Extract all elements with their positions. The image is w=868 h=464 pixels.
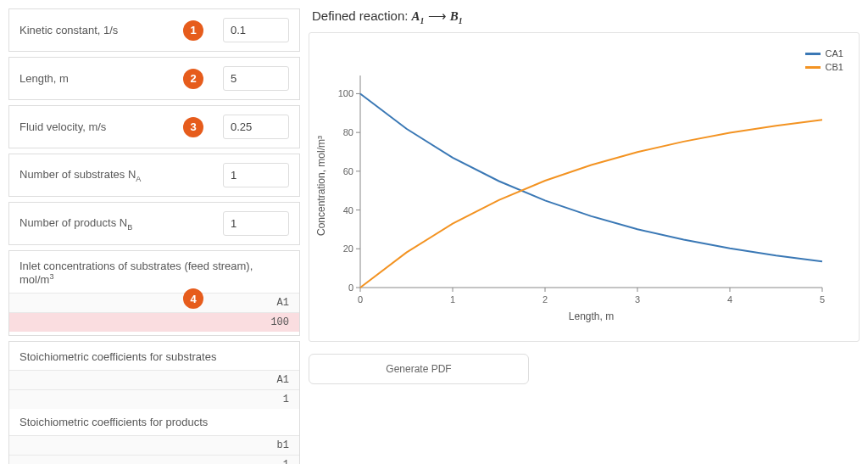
section-title: Stoichiometric coefficients for products — [9, 409, 299, 435]
param-num-substrates: Number of substrates NA — [8, 154, 300, 197]
table-row[interactable]: 1 — [9, 455, 299, 464]
num-substrates-input[interactable] — [223, 163, 289, 187]
table-row: b1 — [9, 435, 299, 455]
param-label: Number of products NB — [19, 216, 223, 232]
step-marker-4: 4 — [183, 288, 203, 309]
svg-text:60: 60 — [343, 166, 353, 176]
svg-text:80: 80 — [343, 127, 353, 137]
svg-text:0: 0 — [348, 282, 353, 293]
table-row[interactable]: 1 — [9, 389, 299, 409]
stoich-substrates-section: Stoichiometric coefficients for substrat… — [8, 341, 300, 464]
section-title: Stoichiometric coefficients for substrat… — [9, 350, 299, 370]
left-panel: Kinetic constant, 1/s 1 Length, m 2 Flui… — [0, 0, 305, 464]
step-marker-3: 3 — [183, 117, 203, 137]
param-kinetic-constant: Kinetic constant, 1/s 1 — [8, 8, 300, 52]
svg-text:Concentration, mol/m³: Concentration, mol/m³ — [315, 136, 327, 236]
table-row: A1 — [9, 370, 299, 389]
step-marker-2: 2 — [183, 69, 203, 89]
num-products-input[interactable] — [223, 211, 289, 236]
inlet-concentrations-section: Inlet concentrations of substrates (feed… — [8, 250, 300, 336]
param-length: Length, m 2 — [8, 57, 300, 100]
step-marker-1: 1 — [183, 20, 203, 41]
legend-swatch-icon — [805, 53, 821, 55]
legend-item-cb1: CB1 — [805, 62, 843, 72]
svg-text:100: 100 — [338, 88, 353, 98]
generate-pdf-button[interactable]: Generate PDF — [309, 354, 529, 384]
chart-legend: CA1 CB1 — [805, 48, 843, 75]
svg-text:0: 0 — [358, 294, 363, 305]
section-title: Inlet concentrations of substrates (feed… — [9, 260, 299, 293]
svg-text:1: 1 — [450, 294, 455, 305]
length-input[interactable] — [223, 66, 289, 91]
kinetic-constant-input[interactable] — [223, 18, 289, 42]
svg-text:40: 40 — [343, 205, 353, 215]
param-label: Number of substrates NA — [19, 168, 223, 183]
legend-item-ca1: CA1 — [805, 48, 843, 59]
param-num-products: Number of products NB — [8, 202, 300, 245]
svg-text:3: 3 — [635, 294, 640, 305]
concentration-chart: 020406080100012345Length, mConcentration… — [309, 32, 860, 342]
reaction-header: Defined reaction: A1 ⟶ B1 — [309, 5, 860, 32]
table-row[interactable]: 100 — [9, 312, 299, 332]
table-row: A1 — [9, 293, 299, 312]
svg-text:2: 2 — [542, 294, 548, 305]
svg-text:Length, m: Length, m — [569, 310, 614, 322]
svg-text:20: 20 — [343, 243, 353, 254]
svg-text:4: 4 — [727, 294, 732, 305]
right-panel: Defined reaction: A1 ⟶ B1 02040608010001… — [305, 0, 868, 464]
legend-swatch-icon — [805, 66, 821, 69]
param-fluid-velocity: Fluid velocity, m/s 3 — [8, 105, 300, 148]
fluid-velocity-input[interactable] — [223, 115, 289, 139]
svg-text:5: 5 — [820, 294, 825, 305]
